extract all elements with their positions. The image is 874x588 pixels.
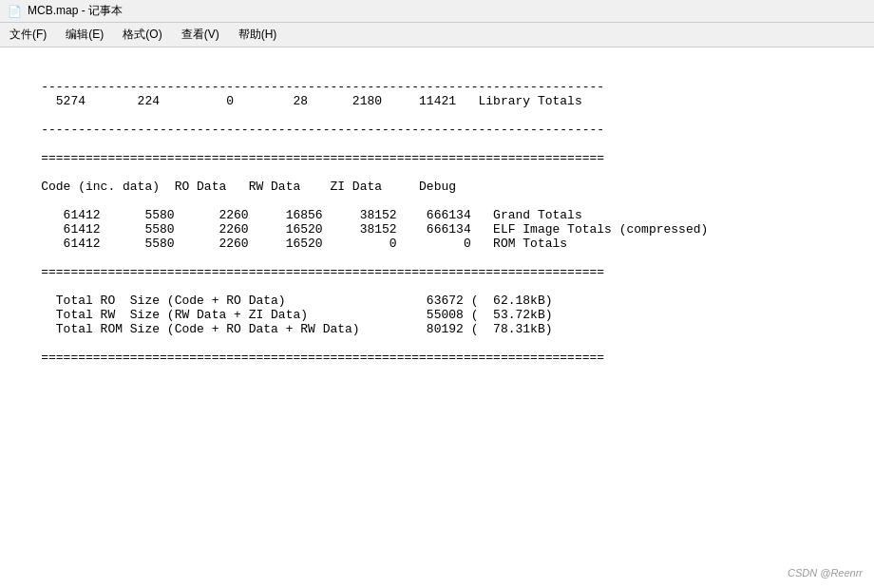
content-area[interactable]: ----------------------------------------…: [0, 47, 874, 586]
window-title: MCB.map - 记事本: [28, 3, 123, 19]
menu-item-e[interactable]: 编辑(E): [56, 25, 113, 45]
menu-item-h[interactable]: 帮助(H): [229, 25, 287, 45]
menu-item-o[interactable]: 格式(O): [113, 25, 171, 45]
title-icon: 📄: [8, 5, 22, 18]
menu-item-f[interactable]: 文件(F): [0, 25, 56, 45]
menu-item-v[interactable]: 查看(V): [172, 25, 229, 45]
title-bar: 📄 MCB.map - 记事本: [0, 0, 874, 23]
menu-bar: 文件(F)编辑(E)格式(O)查看(V)帮助(H): [0, 23, 874, 47]
text-content: ----------------------------------------…: [0, 76, 874, 369]
watermark: CSDN @Reenrr: [788, 567, 863, 579]
